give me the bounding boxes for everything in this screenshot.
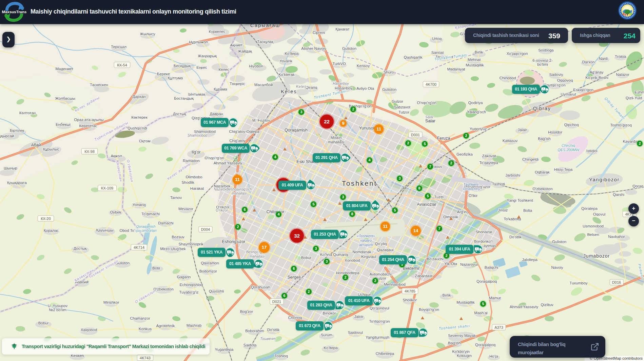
svg-text:Saidovul: Saidovul — [348, 330, 363, 335]
svg-text:4K714: 4K714 — [134, 245, 144, 249]
svg-text:Нұрлыжол: Нұрлыжол — [189, 40, 208, 44]
svg-text:Baliqchi: Baliqchi — [485, 265, 498, 269]
svg-text:Jaloltepa: Jaloltepa — [522, 258, 538, 262]
svg-text:Sabzavot: Sabzavot — [394, 105, 411, 109]
svg-text:Oqovul: Oqovul — [593, 212, 605, 216]
svg-text:aytmas: aytmas — [483, 244, 496, 248]
svg-text:Yik-Ota: Yik-Ota — [444, 262, 457, 266]
svg-text:Xalqobod: Xalqobod — [81, 328, 97, 332]
svg-text:Еңбекші: Еңбекші — [56, 122, 71, 126]
svg-text:Құрылыс: Құрылыс — [43, 147, 59, 151]
svg-text:Достық: Достық — [173, 112, 187, 116]
svg-text:Toshkent: Toshkent — [342, 180, 377, 187]
svg-text:Mashrab: Mashrab — [187, 323, 202, 327]
svg-text:Tashisti: Tashisti — [492, 182, 505, 186]
svg-text:Chinobod: Chinobod — [499, 76, 516, 80]
svg-text:Usmonobod: Usmonobod — [583, 224, 604, 228]
svg-text:Kokiugin: Kokiugin — [457, 354, 472, 358]
svg-text:Chamanzor: Chamanzor — [130, 316, 150, 320]
svg-text:Ramadon: Ramadon — [183, 159, 200, 163]
svg-text:Ko'ltepa: Ko'ltepa — [324, 346, 338, 350]
svg-text:Birlik: Birlik — [475, 50, 483, 54]
svg-text:Saidota: Saidota — [243, 343, 257, 347]
svg-text:Botir: Botir — [152, 266, 160, 270]
svg-text:Qo'yliq: Qo'yliq — [375, 242, 387, 246]
svg-text:Құлтума: Құлтума — [168, 76, 183, 80]
svg-text:Xo'jaqo'rgon: Xo'jaqo'rgon — [506, 52, 528, 56]
svg-text:Қауыншы: Қауыншы — [96, 228, 114, 232]
svg-text:Керегетас: Керегетас — [79, 124, 97, 128]
svg-text:Таскұлақ: Таскұлақ — [257, 40, 274, 44]
svg-text:Navoiy: Navoiy — [551, 265, 563, 269]
svg-text:КХ-98: КХ-98 — [84, 149, 95, 154]
svg-text:Bog'zor: Bog'zor — [240, 309, 253, 314]
svg-text:Yovarik: Yovarik — [279, 59, 292, 63]
svg-text:Keles: Keles — [296, 84, 306, 88]
svg-text:Yalang'och: Yalang'och — [467, 110, 486, 114]
svg-text:Tarnov: Tarnov — [170, 196, 182, 200]
svg-text:Gulzor: Gulzor — [392, 99, 403, 103]
svg-text:Chilonzor: Chilonzor — [267, 209, 285, 214]
svg-text:Ko'ltepa: Ko'ltepa — [285, 52, 299, 56]
svg-text:Hasanboy: Hasanboy — [333, 81, 349, 85]
svg-text:Қанағат: Қанағат — [335, 27, 350, 31]
svg-text:Nanli: Nanli — [599, 57, 608, 61]
svg-text:Қошқарата: Қошқарата — [7, 181, 27, 185]
svg-text:Quyoshli: Quyoshli — [209, 289, 224, 293]
svg-text:Mash'al: Mash'al — [474, 311, 487, 315]
svg-text:Chortoq: Chortoq — [288, 316, 302, 320]
svg-text:Eshm: Eshm — [635, 90, 644, 94]
svg-text:Surum: Surum — [321, 333, 332, 337]
svg-text:Qoraqalpoq: Qoraqalpoq — [476, 279, 497, 283]
svg-text:Severniy Mayak: Severniy Mayak — [448, 334, 476, 338]
svg-text:Mamut: Mamut — [489, 296, 501, 300]
svg-text:Shaymonoprik: Shaymonoprik — [178, 242, 203, 246]
svg-text:Qoratepa: Qoratepa — [581, 206, 598, 210]
svg-text:Arg'in: Arg'in — [457, 210, 467, 214]
svg-text:O'nqo'rg'on: O'nqo'rg'on — [417, 101, 436, 105]
svg-text:Oqqovoq: Oqqovoq — [557, 78, 573, 82]
svg-text:Darxon: Darxon — [582, 60, 594, 64]
svg-text:Бостандық: Бостандық — [174, 96, 194, 100]
svg-text:Ораз ата-ауылы: Ораз ата-ауылы — [74, 118, 104, 122]
svg-text:Guliston: Guliston — [552, 240, 566, 244]
svg-text:Жолбасшы: Жолбасшы — [55, 96, 75, 100]
svg-text:Salar: Salar — [425, 115, 434, 119]
svg-text:Төңкеріс: Төңкеріс — [230, 82, 245, 86]
svg-text:Olimbobo: Olimbobo — [186, 175, 202, 179]
svg-text:Qaxramon: Qaxramon — [201, 261, 219, 265]
svg-text:Madaniyat: Madaniyat — [447, 67, 465, 71]
svg-text:Qashqarlik: Qashqarlik — [404, 55, 423, 59]
svg-text:Bag'ish: Bag'ish — [538, 137, 550, 141]
svg-text:Eshong'uzor: Eshong'uzor — [222, 239, 245, 244]
svg-text:Echonqishloq: Echonqishloq — [179, 283, 203, 287]
svg-text:Bobur: Bobur — [38, 321, 49, 325]
svg-text:Nazarovul: Nazarovul — [460, 262, 478, 266]
svg-text:O'rikzor: O'rikzor — [216, 208, 228, 212]
svg-text:Agrotehnik: Agrotehnik — [156, 324, 175, 328]
svg-text:D001: D001 — [411, 133, 420, 137]
svg-text:Давран: Давран — [210, 112, 223, 116]
svg-text:Avtomobilchi: Avtomobilchi — [370, 272, 392, 276]
svg-text:Avliyo Ota: Avliyo Ota — [356, 86, 374, 91]
svg-text:Біртілек: Біртілек — [10, 128, 24, 133]
svg-text:Qoraqamish: Qoraqamish — [136, 224, 155, 228]
svg-text:Qazaqaul: Qazaqaul — [377, 248, 393, 252]
svg-text:mahallasi: mahallasi — [328, 140, 345, 144]
svg-text:Еңкес: Еңкес — [196, 65, 207, 69]
svg-text:Chig'atoy: Chig'atoy — [229, 139, 246, 143]
svg-text:Ko'kterak: Ko'kterak — [278, 73, 295, 77]
svg-text:Yuqoriyuz: Yuqoriyuz — [470, 127, 487, 131]
svg-text:To'qimachi: To'qimachi — [141, 212, 160, 216]
svg-text:6-sovxoz 2-: 6-sovxoz 2- — [532, 58, 553, 62]
svg-text:4K700: 4K700 — [426, 82, 436, 86]
svg-text:Kirgizaul: Kirgizaul — [361, 255, 376, 259]
svg-text:Шұқырсай: Шұқырсай — [0, 134, 14, 138]
svg-text:O'zbekiston: O'zbekiston — [532, 187, 553, 191]
svg-text:Ahmad Yassaviy: Ahmad Yassaviy — [214, 161, 242, 165]
svg-text:Жаңаарық: Жаңаарық — [198, 54, 217, 58]
svg-text:Xonobod: Xonobod — [345, 258, 360, 262]
svg-text:Troitsk: Troitsk — [615, 55, 626, 59]
svg-text:Ақжол: Ақжол — [111, 154, 122, 158]
svg-text:Sadoviy: Sadoviy — [549, 73, 563, 77]
